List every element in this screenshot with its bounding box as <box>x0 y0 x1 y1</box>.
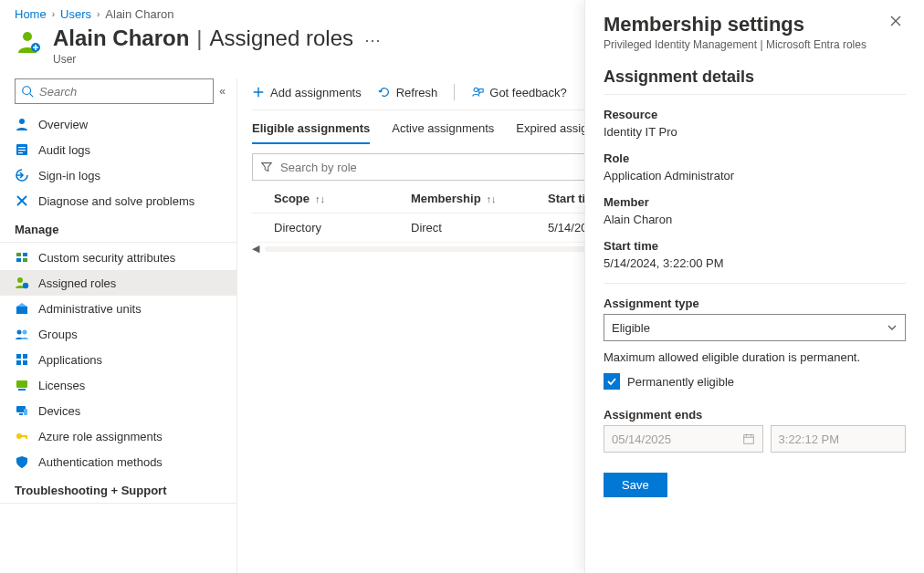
svg-rect-15 <box>16 307 27 314</box>
chevron-down-icon <box>887 322 898 333</box>
svg-point-17 <box>23 330 27 335</box>
shield-icon <box>15 454 29 469</box>
svg-rect-11 <box>16 258 21 262</box>
save-button[interactable]: Save <box>604 473 667 497</box>
sort-icon: ↑↓ <box>487 193 497 204</box>
svg-point-0 <box>23 32 32 41</box>
sidebar-item-audit-logs[interactable]: Audit logs <box>0 137 236 162</box>
sidebar-item-signin-logs[interactable]: Sign-in logs <box>0 162 236 188</box>
feedback-button[interactable]: Got feedback? <box>471 86 567 99</box>
assignment-details-heading: Assignment details <box>604 68 906 87</box>
panel-subtitle: Privileged Identity Management | Microso… <box>604 38 866 51</box>
tab-eligible-assignments[interactable]: Eligible assignments <box>252 121 370 144</box>
log-icon <box>15 142 29 157</box>
sidebar-item-applications[interactable]: Applications <box>0 347 236 372</box>
assignment-end-date-input[interactable]: 05/14/2025 <box>604 425 763 453</box>
sidebar-item-label: Custom security attributes <box>38 251 175 265</box>
sidebar-item-devices[interactable]: Devices <box>0 398 236 423</box>
wrench-icon <box>15 193 29 208</box>
crumb-current: Alain Charon <box>105 7 173 21</box>
member-value: Alain Charon <box>604 213 906 226</box>
sidebar-item-licenses[interactable]: Licenses <box>0 372 236 398</box>
roles-icon <box>15 276 29 290</box>
svg-rect-20 <box>16 360 21 365</box>
sidebar-item-assigned-roles[interactable]: Assigned roles <box>0 270 236 296</box>
svg-point-13 <box>17 277 23 283</box>
checkbox-checked-icon <box>604 373 620 390</box>
sidebar-item-label: Assigned roles <box>38 276 116 290</box>
svg-rect-8 <box>18 152 23 153</box>
select-value: Eligible <box>612 321 650 335</box>
sidebar-item-label: Devices <box>38 404 80 418</box>
sidebar-item-label: Licenses <box>38 379 85 392</box>
sidebar-item-azure-role-assignments[interactable]: Azure role assignments <box>0 423 236 449</box>
divider <box>604 283 906 284</box>
sidebar-search-input[interactable] <box>39 85 207 99</box>
groups-icon <box>15 327 29 341</box>
refresh-button[interactable]: Refresh <box>378 86 438 99</box>
feedback-icon <box>471 86 484 99</box>
add-assignments-button[interactable]: Add assignments <box>252 86 362 99</box>
role-value: Application Administrator <box>604 169 906 182</box>
sidebar-item-authentication-methods[interactable]: Authentication methods <box>0 449 236 474</box>
resource-value: Identity IT Pro <box>604 125 906 139</box>
resource-label: Resource <box>604 108 906 121</box>
title-separator: | <box>193 26 205 51</box>
svg-point-30 <box>474 88 478 91</box>
user-avatar-icon <box>15 28 44 57</box>
admin-units-icon <box>15 301 29 316</box>
assignment-type-select[interactable]: Eligible <box>604 314 906 341</box>
sidebar-item-overview[interactable]: Overview <box>0 111 236 137</box>
col-membership[interactable]: Membership↑↓ <box>411 192 548 205</box>
assignment-ends-label: Assignment ends <box>604 408 906 422</box>
svg-rect-10 <box>23 253 27 256</box>
sidebar-item-label: Administrative units <box>38 302 142 316</box>
filter-icon <box>260 161 273 173</box>
close-panel-button[interactable] <box>886 13 906 33</box>
svg-rect-6 <box>18 147 26 148</box>
close-icon <box>889 15 902 27</box>
svg-rect-26 <box>24 409 27 415</box>
sidebar-search[interactable] <box>15 78 214 104</box>
page-title-section: Assigned roles <box>210 26 353 51</box>
scroll-left-icon[interactable]: ◀ <box>252 243 259 255</box>
cmd-label: Refresh <box>396 86 438 99</box>
sidebar-item-administrative-units[interactable]: Administrative units <box>0 296 236 321</box>
sidebar-item-custom-security-attributes[interactable]: Custom security attributes <box>0 245 236 270</box>
svg-rect-7 <box>18 150 26 151</box>
svg-rect-9 <box>16 253 21 256</box>
crumb-users[interactable]: Users <box>60 7 91 21</box>
sidebar-item-groups[interactable]: Groups <box>0 321 236 347</box>
assignment-end-time-input[interactable]: 3:22:12 PM <box>771 425 906 453</box>
divider <box>604 94 906 95</box>
membership-settings-panel: Membership settings Privileged Identity … <box>584 0 924 573</box>
sidebar-item-label: Diagnose and solve problems <box>38 194 194 208</box>
svg-rect-25 <box>19 413 23 415</box>
svg-rect-12 <box>23 258 27 262</box>
svg-point-16 <box>17 330 22 335</box>
start-time-value: 5/14/2024, 3:22:00 PM <box>604 256 906 270</box>
sidebar-item-label: Azure role assignments <box>38 430 163 443</box>
svg-rect-19 <box>23 354 27 359</box>
licenses-icon <box>15 378 29 392</box>
svg-rect-23 <box>18 389 26 391</box>
collapse-sidebar-button[interactable]: « <box>219 85 226 98</box>
cell-membership: Direct <box>411 221 548 234</box>
crumb-home[interactable]: Home <box>15 7 47 21</box>
signin-icon <box>15 168 29 182</box>
user-icon <box>15 117 29 131</box>
permanently-eligible-checkbox[interactable]: Permanently eligible <box>604 373 906 390</box>
sidebar: « Overview Audit logs Sign-in logs Diagn… <box>0 78 237 573</box>
tab-active-assignments[interactable]: Active assignments <box>392 121 494 144</box>
svg-rect-18 <box>16 354 21 359</box>
sidebar-item-diagnose[interactable]: Diagnose and solve problems <box>0 188 236 214</box>
duration-hint: Maximum allowed eligible duration is per… <box>604 350 906 364</box>
member-label: Member <box>604 195 906 209</box>
svg-rect-22 <box>16 380 27 388</box>
more-actions-button[interactable]: ⋯ <box>364 25 381 50</box>
cell-scope: Directory <box>274 221 411 234</box>
attributes-icon <box>15 250 29 265</box>
cmd-label: Got feedback? <box>489 86 567 99</box>
sidebar-item-label: Overview <box>38 118 88 131</box>
col-scope[interactable]: Scope↑↓ <box>274 192 411 205</box>
